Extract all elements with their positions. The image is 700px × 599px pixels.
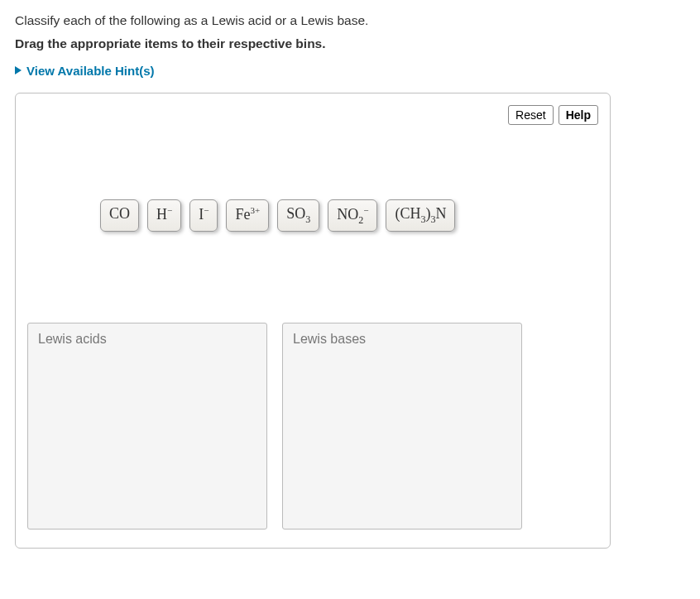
bins-row: Lewis acids Lewis bases <box>27 323 598 530</box>
bin-label-bases: Lewis bases <box>293 332 511 347</box>
chip-i-minus[interactable]: I− <box>189 199 218 232</box>
chip-fe3-plus[interactable]: Fe3+ <box>226 199 269 232</box>
hints-label: View Available Hint(s) <box>26 64 155 78</box>
reset-button[interactable]: Reset <box>508 105 554 125</box>
draggable-items-row: CO H− I− Fe3+ SO3 NO2− (CH3)3N <box>100 199 598 232</box>
bin-lewis-bases[interactable]: Lewis bases <box>282 323 522 530</box>
chevron-right-icon <box>15 66 22 74</box>
chip-no2-minus[interactable]: NO2− <box>328 199 377 232</box>
chip-co[interactable]: CO <box>100 199 139 232</box>
question-text: Classify each of the following as a Lewi… <box>15 13 685 28</box>
panel-top-buttons: Reset Help <box>27 105 598 125</box>
help-button[interactable]: Help <box>559 105 598 125</box>
bin-label-acids: Lewis acids <box>38 332 257 347</box>
drag-instruction: Drag the appropriate items to their resp… <box>15 36 685 51</box>
chip-h-minus[interactable]: H− <box>147 199 181 232</box>
chip-so3[interactable]: SO3 <box>277 199 319 232</box>
bin-lewis-acids[interactable]: Lewis acids <box>27 323 267 530</box>
chip-ch3-3-n[interactable]: (CH3)3N <box>386 199 455 232</box>
view-hints-toggle[interactable]: View Available Hint(s) <box>15 64 155 78</box>
sorting-panel: Reset Help CO H− I− Fe3+ SO3 NO2− (CH3)3… <box>15 93 611 549</box>
